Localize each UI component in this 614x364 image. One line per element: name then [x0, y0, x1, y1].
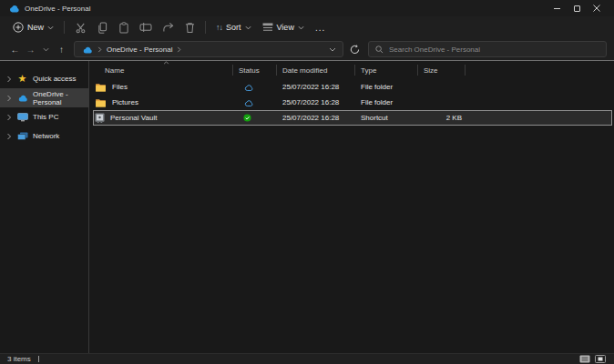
header-date-modified[interactable]: Date modified	[277, 61, 355, 79]
vault-icon	[95, 113, 105, 123]
date-modified: 25/07/2022 16:28	[282, 98, 339, 106]
window-title: OneDrive - Personal	[25, 5, 90, 13]
arrow-up-icon: ↑	[59, 45, 64, 55]
new-button-label: New	[27, 23, 44, 32]
sidebar-item-this-pc[interactable]: This PC	[0, 107, 88, 126]
onedrive-cloud-icon	[81, 46, 93, 54]
navigation-bar: ← → ↑ OneDrive - Personal	[0, 38, 614, 60]
maximize-button[interactable]	[567, 1, 587, 15]
copy-button[interactable]	[91, 19, 113, 36]
maximize-icon	[574, 5, 580, 12]
header-status[interactable]: Status	[233, 61, 277, 79]
minimize-button[interactable]	[547, 1, 567, 15]
back-button[interactable]: ←	[7, 41, 23, 57]
recent-locations-button[interactable]	[38, 41, 54, 57]
arrow-left-icon: ←	[11, 45, 20, 55]
cut-button[interactable]	[69, 19, 91, 36]
sidebar-item-onedrive[interactable]: OneDrive - Personal	[0, 88, 88, 107]
trash-icon	[185, 22, 195, 34]
search-box[interactable]	[368, 41, 607, 57]
rename-icon	[139, 22, 152, 33]
file-name: Personal Vault	[110, 114, 157, 122]
cloud-online-icon	[243, 84, 253, 91]
file-size: 2 KB	[446, 114, 462, 122]
sidebar-item-network[interactable]: Network	[0, 126, 88, 146]
sort-icon: ↑↓	[216, 23, 222, 32]
share-icon	[162, 22, 174, 33]
status-divider	[38, 356, 39, 362]
main-area: ★ Quick access OneDrive - Personal This …	[0, 60, 614, 353]
chevron-down-icon	[43, 47, 49, 52]
file-explorer-window: OneDrive - Personal New	[0, 0, 614, 364]
file-type: File folder	[361, 83, 393, 91]
cut-icon	[75, 22, 87, 34]
header-size[interactable]: Size	[418, 61, 466, 79]
up-button[interactable]: ↑	[54, 41, 69, 57]
rename-button[interactable]	[135, 19, 157, 36]
search-input[interactable]	[389, 46, 599, 54]
file-row-personal-vault[interactable]: Personal Vault 25/07/2022 16:28 Shortcut…	[89, 110, 614, 126]
sort-button-label: Sort	[226, 23, 241, 32]
expand-chevron-icon[interactable]	[6, 95, 12, 102]
breadcrumb-chevron-icon	[177, 46, 181, 53]
navigation-pane: ★ Quick access OneDrive - Personal This …	[0, 61, 89, 353]
sidebar-item-label: Quick access	[33, 75, 77, 83]
address-dropdown-icon[interactable]	[329, 47, 336, 52]
close-button[interactable]	[587, 1, 607, 15]
minimize-icon	[554, 8, 560, 9]
chevron-down-icon	[245, 25, 251, 30]
sidebar-item-label: Network	[33, 132, 59, 140]
search-icon	[375, 46, 384, 54]
toolbar-separator	[205, 21, 206, 34]
expand-chevron-icon[interactable]	[6, 76, 12, 83]
window-controls	[547, 1, 607, 15]
forward-button[interactable]: →	[23, 41, 38, 57]
network-icon	[16, 132, 28, 141]
onedrive-cloud-icon	[16, 94, 28, 102]
large-icons-view-icon	[595, 355, 606, 363]
sidebar-item-label: OneDrive - Personal	[33, 90, 88, 106]
refresh-button[interactable]	[346, 41, 363, 57]
large-icons-view-button[interactable]	[594, 355, 607, 364]
close-icon	[593, 5, 600, 12]
view-button[interactable]: View	[257, 20, 310, 35]
column-headers: Name Status Date modified Type Size	[89, 61, 614, 79]
monitor-icon	[16, 113, 28, 122]
file-name: Files	[112, 83, 128, 91]
chevron-down-icon	[298, 25, 304, 30]
date-modified: 25/07/2022 16:28	[282, 114, 339, 122]
status-bar: 3 items	[0, 353, 614, 364]
new-button[interactable]: New	[7, 19, 59, 35]
file-name: Pictures	[112, 98, 138, 106]
sidebar-item-quick-access[interactable]: ★ Quick access	[0, 69, 88, 88]
titlebar: OneDrive - Personal	[0, 0, 614, 16]
plus-circle-icon	[13, 22, 24, 33]
details-view-button[interactable]	[578, 355, 591, 364]
more-options-button[interactable]: ...	[310, 20, 331, 35]
cloud-online-icon	[243, 99, 253, 106]
command-toolbar: New ↑↓ Sort View	[0, 16, 614, 38]
ellipsis-icon: ...	[315, 23, 325, 33]
expand-chevron-icon[interactable]	[6, 133, 12, 140]
header-name[interactable]: Name	[89, 61, 233, 79]
share-button[interactable]	[157, 19, 179, 36]
expand-chevron-icon[interactable]	[6, 114, 12, 121]
refresh-icon	[350, 45, 360, 55]
copy-icon	[97, 22, 107, 34]
synced-check-icon	[243, 114, 251, 122]
view-icon	[262, 23, 273, 32]
items-count: 3 items	[7, 355, 31, 363]
star-icon: ★	[16, 74, 28, 84]
file-type: Shortcut	[361, 114, 388, 122]
folder-icon	[95, 98, 107, 107]
file-row-pictures[interactable]: Pictures 25/07/2022 16:28 File folder	[89, 95, 614, 110]
breadcrumb-location[interactable]: OneDrive - Personal	[107, 46, 172, 54]
file-list: Name Status Date modified Type Size File…	[89, 61, 614, 353]
delete-button[interactable]	[179, 19, 200, 36]
header-type[interactable]: Type	[355, 61, 418, 79]
sort-button[interactable]: ↑↓ Sort	[210, 20, 257, 35]
address-bar[interactable]: OneDrive - Personal	[74, 41, 343, 57]
breadcrumb-chevron-icon	[97, 46, 102, 53]
paste-button[interactable]	[113, 19, 135, 36]
file-row-files[interactable]: Files 25/07/2022 16:28 File folder	[89, 79, 614, 95]
